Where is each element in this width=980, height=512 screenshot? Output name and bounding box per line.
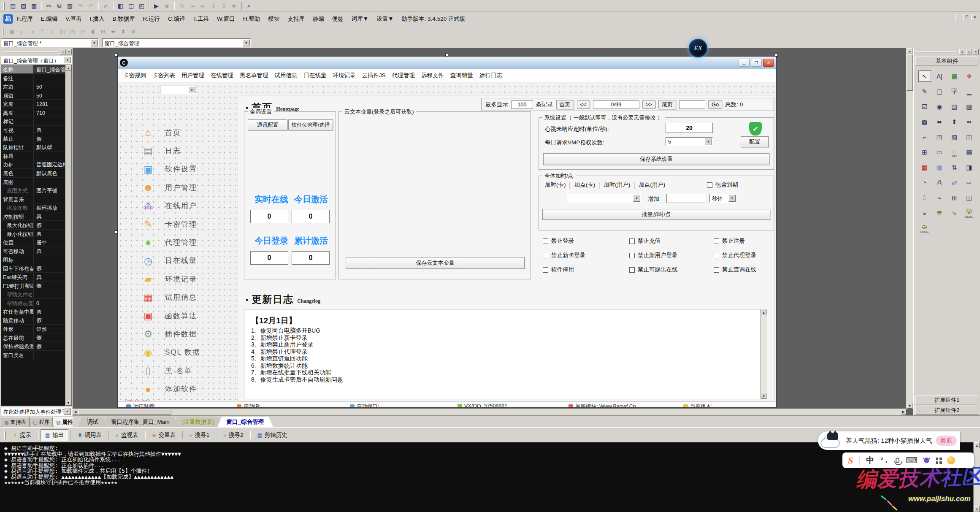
change-skin-button[interactable]: 换肤 [936,436,957,446]
window-selector-combo[interactable]: 窗口_综合管理 *▼ [1,38,99,47]
calendar-component-icon[interactable]: ⊞ [918,146,931,158]
selection-handle[interactable] [445,54,448,57]
property-row[interactable]: 保持标题条激活假 [1,342,65,351]
addtime-tab-2[interactable]: 加时(用户) [604,181,630,189]
form-menu-tab-2[interactable]: 用户管理 [181,72,204,79]
addtime-target-combo[interactable]: ▼ [567,194,641,203]
sidebar-item-4[interactable]: ⁂在线用户 [142,199,197,213]
frame-component-icon[interactable]: ◳ [933,131,946,143]
view-split-1-button[interactable]: ◧ [115,1,126,11]
property-row[interactable]: 帮助文件名 [1,290,65,299]
checkbox-icon[interactable] [714,253,719,258]
debug-1-button[interactable]: ⇲ [176,1,187,11]
help-find-button[interactable]: ⌕ [244,1,254,11]
go-button[interactable]: Go [708,100,722,108]
property-row[interactable]: 控制按钮真 [1,212,65,221]
panel-close-icon[interactable]: ✕ [66,49,72,54]
microphone-icon[interactable] [896,458,899,463]
panel-close-icon[interactable]: ✕ [973,49,979,54]
property-row[interactable]: 可否移动真 [1,247,65,256]
chevron-down-icon[interactable]: ▼ [728,195,736,202]
property-grid-scrollbar[interactable]: ▲▼ [65,65,71,406]
property-row[interactable]: 可视真 [1,126,65,135]
first-page-button[interactable]: 首页 [556,100,574,109]
restriction-checkbox[interactable]: 禁止新用户登录 [629,252,714,259]
run-button[interactable]: ▶ [151,1,162,11]
menu-extra-3[interactable]: 便签 [332,16,344,22]
checkbox-icon[interactable] [543,238,548,244]
property-row[interactable]: 最大化按钮假 [1,221,65,230]
list-view-component-icon[interactable]: ▤ [948,101,961,112]
align-tool-9-button[interactable]: ⊞ [98,27,108,36]
property-row[interactable]: 边框普通固定边框 [1,160,65,169]
restriction-checkbox[interactable]: 禁止代理登录 [714,252,777,259]
menu-item-4[interactable]: B.数据库 [112,16,135,22]
checkbox-icon[interactable] [714,267,719,273]
panel-menu-icon[interactable]: Ξ [959,49,965,54]
chevron-down-icon[interactable]: ▼ [188,87,195,93]
sidebar-item-14[interactable]: ●添加软件 [142,382,197,396]
next-page-button[interactable]: >> [642,100,655,108]
designed-form-window[interactable]: C ▁❐✕ 卡密规则卡密列表用户管理在线管理黑名单管理试用信息日在线量环境记录云… [117,56,777,408]
align-tool-12-button[interactable]: ⊕ [128,27,138,36]
software-slot-button[interactable]: 软件位管理/选择 [288,119,333,130]
align-tool-5-button[interactable]: ◫ [57,27,68,36]
printer-component-icon[interactable]: ⎙ [933,177,946,188]
scroll-down-icon[interactable]: ▼ [761,393,766,399]
odbc-pair-component-icon[interactable]: ⛁ODBC [963,207,975,219]
time-unit-combo[interactable]: 秒钟▼ [709,194,736,203]
搜寻2-tool-button[interactable]: ⌕搜寻2 [219,429,248,441]
view-split-2-button[interactable]: ◫ [126,1,136,11]
chevron-down-icon[interactable]: ▼ [64,408,71,415]
property-row[interactable]: F1键打开帮助假 [1,282,65,290]
property-row[interactable]: 随意移动假 [1,316,65,325]
property-row[interactable]: 底图 [1,178,65,187]
menu-extra-2[interactable]: 静编 [313,16,324,22]
menu-item-9[interactable]: H.帮助 [243,16,260,22]
property-row[interactable]: 左边50 [1,82,65,91]
view-split-3-button[interactable]: ◰ [136,1,147,11]
left-tab-0[interactable]: ▤支持库 [1,417,30,427]
property-row[interactable]: 位置居中 [1,238,65,247]
form-menu-tab-12[interactable]: 运行日志 [479,72,502,79]
checkbox-icon[interactable] [543,267,548,273]
left-tab-1[interactable]: ▢程序 [30,417,53,427]
property-row[interactable]: 高度710 [1,108,65,117]
scroll-right-icon[interactable]: ▶ [901,409,906,415]
align-tool-3-button[interactable]: ⊤ [37,27,47,36]
punctuation-icon[interactable]: °， [880,456,889,464]
add-amount-input[interactable] [666,194,705,203]
chevron-down-icon[interactable]: ▼ [705,138,712,145]
table-grid-component-icon[interactable]: ⊞ [948,192,961,203]
prev-page-button[interactable]: << [577,100,590,108]
addtime-tab-3[interactable]: 加点(用户) [639,181,665,189]
sidebar-item-8[interactable]: ▰环境记录 [142,272,197,286]
form-menu-tab-3[interactable]: 在线管理 [211,72,233,79]
checkbox-component-icon[interactable]: ☑ [918,101,931,112]
property-row[interactable]: 最小化按钮真 [1,230,65,238]
sidebar-item-1[interactable]: ▤日志 [142,144,181,158]
checkbox-icon[interactable] [629,253,635,258]
designer-vertical-scrollbar[interactable]: ▲▼ [906,48,913,409]
menu-item-6[interactable]: C.编译 [168,16,185,22]
network-pc-component-icon[interactable]: ◍ [933,162,946,173]
goto-page-input[interactable] [679,100,705,109]
heartbeat-timeout-input[interactable]: 20 [666,123,713,133]
page-position-box[interactable]: 0/99 [593,100,639,109]
sidebar-item-2[interactable]: ▣软件设置 [142,162,197,176]
extended-components-2-button[interactable]: 扩展组件2 [915,406,978,414]
form-designer-canvas[interactable]: C ▁❐✕ 卡密规则卡密列表用户管理在线管理黑名单管理试用信息日在线量环境记录云… [73,48,913,415]
member-selector-combo[interactable]: 窗口_综合管理▼ [102,38,251,47]
debug-5-button[interactable]: ↥ [219,1,229,11]
save-file-button[interactable]: ▦ [29,1,39,11]
input-method-bar[interactable]: S 中 °， ⌨ [842,452,974,468]
font-label-component-icon[interactable]: 字 [948,86,961,97]
sogou-logo-icon[interactable]: S [848,455,853,466]
restriction-checkbox[interactable]: 禁止注册 [714,237,777,245]
scroll-up-icon[interactable]: ▲ [907,48,912,54]
batch-addtime-button[interactable]: 批量加时/点 [542,209,770,220]
form-menu-tab-6[interactable]: 日在线量 [304,72,327,79]
v-scrollbar-component-icon[interactable]: ⬍ [948,116,961,127]
form-menu-tab-7[interactable]: 环境记录 [333,72,356,79]
form-menu-tab-4[interactable]: 黑名单管理 [240,72,268,79]
